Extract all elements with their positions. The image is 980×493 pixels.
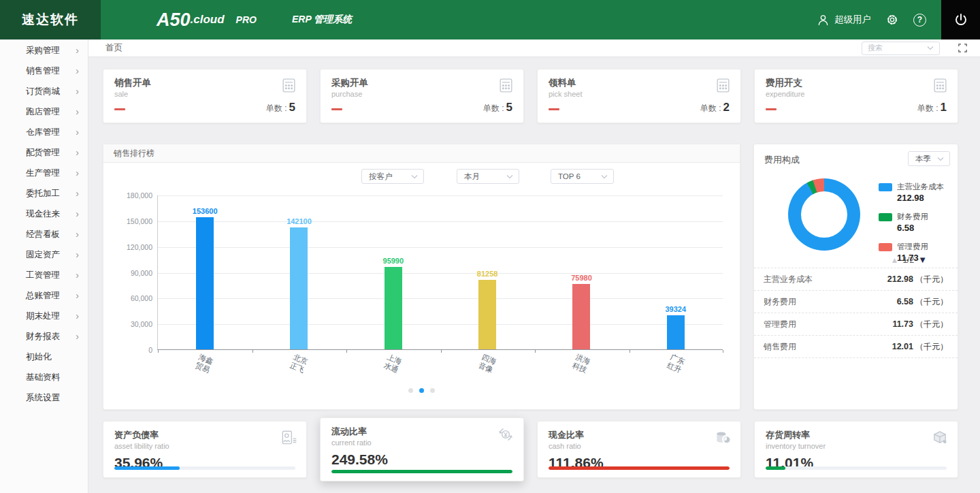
sidebar-item-label: 跑店管理 <box>0 106 60 118</box>
filter-dimension-select[interactable]: 按客户 <box>361 169 424 184</box>
chevron-down-icon <box>601 174 608 179</box>
legend-item: 主营业务成本 212.98 <box>879 182 944 203</box>
sidebar-item[interactable]: 系统设置 › <box>0 387 88 408</box>
sidebar-item[interactable]: 初始化 › <box>0 347 88 367</box>
amount-dash <box>766 108 777 110</box>
search-input[interactable]: 搜索 <box>862 42 940 55</box>
y-tick-label: 30,000 <box>103 320 152 328</box>
sidebar-item[interactable]: 仓库管理 › <box>0 122 88 142</box>
coins-icon <box>714 429 732 449</box>
chevron-right-icon: › <box>76 332 79 341</box>
x-tick <box>158 350 159 353</box>
chevron-right-icon: › <box>76 107 79 116</box>
count-label: 单数 : <box>917 104 938 113</box>
count-value: 5 <box>289 101 295 114</box>
sidebar-item-label: 配货管理 <box>0 147 60 159</box>
help-icon[interactable]: ? <box>913 14 926 27</box>
y-tick-label: 90,000 <box>103 269 152 277</box>
gear-icon[interactable] <box>885 13 899 27</box>
legend-swatch <box>879 243 892 251</box>
bar-group: 81258 <box>440 195 534 349</box>
brand: A50 .cloud PRO ERP 管理系统 <box>157 0 352 39</box>
bar <box>667 315 685 349</box>
pager-up-icon[interactable]: ▲ <box>891 255 899 265</box>
sidebar-item[interactable]: 基础资料 › <box>0 367 88 387</box>
user-menu[interactable]: 超级用户 <box>816 13 871 27</box>
power-icon <box>953 12 969 28</box>
bar <box>196 217 214 349</box>
sidebar-item[interactable]: 经营看板 › <box>0 224 88 244</box>
stat-card-purchase: 采购开单 purchase 单数 :5 <box>320 69 524 123</box>
carousel-dot[interactable] <box>419 388 424 393</box>
bar-value-label: 75980 <box>571 274 592 282</box>
box-icon <box>931 429 949 449</box>
period-select[interactable]: 本季 <box>908 151 950 166</box>
product-domain: .cloud <box>191 13 225 27</box>
carousel-dot[interactable] <box>408 388 413 393</box>
bar-value-label: 81258 <box>477 270 498 278</box>
sidebar-item[interactable]: 采购管理 › <box>0 40 88 61</box>
sidebar-item[interactable]: 订货商城 › <box>0 81 88 101</box>
pager-down-icon[interactable]: ▼ <box>918 255 927 265</box>
sidebar-item[interactable]: 跑店管理 › <box>0 101 88 122</box>
x-tick <box>630 350 630 353</box>
calculator-icon <box>715 77 732 97</box>
filter-top-select[interactable]: TOP 6 <box>551 169 614 184</box>
app-header: 速达软件 A50 .cloud PRO ERP 管理系统 超级用户 ? <box>0 0 980 39</box>
amount-dash <box>114 108 125 110</box>
logout-button[interactable] <box>941 0 980 39</box>
chevron-right-icon: › <box>76 250 79 259</box>
sidebar-item-label: 现金往来 <box>0 208 60 220</box>
sidebar-item-label: 期末处理 <box>0 311 60 322</box>
expense-rows: 主营业务成本 212.98（千元） 财务费用 6.58（千元） 管理费用 11.… <box>754 268 958 358</box>
sidebar-item-label: 销售管理 <box>0 65 60 77</box>
tab-home[interactable]: 首页 <box>105 42 122 54</box>
sidebar-item[interactable]: 生产管理 › <box>0 163 88 183</box>
sidebar-item[interactable]: 工资管理 › <box>0 265 88 285</box>
bar-group: 95990 <box>346 195 440 349</box>
donut-hole <box>801 191 847 238</box>
product-name: A50 <box>157 10 191 31</box>
chevron-right-icon: › <box>76 168 79 178</box>
progress-bar <box>114 466 295 470</box>
sidebar-item[interactable]: 总账管理 › <box>0 285 88 306</box>
sidebar-item[interactable]: 财务报表 › <box>0 326 88 347</box>
sidebar-item[interactable]: 现金往来 › <box>0 204 88 224</box>
carousel-dot[interactable] <box>430 388 435 393</box>
sidebar-item[interactable]: 销售管理 › <box>0 61 88 81</box>
x-category-label: 洪海 科技 <box>534 355 629 372</box>
sidebar-item-label: 采购管理 <box>0 45 60 57</box>
ratio-card-cash-ratio: 现金比率 cash ratio 111.86% <box>537 421 741 478</box>
bar-value-label: 39324 <box>666 305 687 313</box>
stat-title: 领料单 <box>549 77 730 89</box>
filter-period-select[interactable]: 本月 <box>457 169 519 184</box>
legend-swatch <box>879 183 892 191</box>
sidebar-item-label: 委托加工 <box>0 188 60 200</box>
sidebar-item-label: 总账管理 <box>0 290 60 302</box>
sidebar-item[interactable]: 固定资产 › <box>0 244 88 265</box>
amount-dash <box>331 108 342 110</box>
chevron-down-icon <box>506 174 513 179</box>
x-category-label: 四海 音像 <box>440 355 535 372</box>
stat-card-row: 销售开单 sale 单数 :5 采购开单 purchase 单数 :5 领料单 … <box>103 69 958 123</box>
x-tick <box>535 350 536 353</box>
sidebar-item[interactable]: 期末处理 › <box>0 306 88 326</box>
header-actions: 超级用户 ? <box>816 0 941 39</box>
stat-subtitle: sale <box>114 90 295 98</box>
count-label: 单数 : <box>483 104 504 113</box>
chevron-right-icon: › <box>76 46 79 55</box>
progress-bar <box>549 466 730 470</box>
sidebar-item-label: 工资管理 <box>0 270 60 281</box>
chevron-right-icon: › <box>76 311 79 321</box>
sidebar-item-label: 订货商城 <box>0 86 60 97</box>
stat-card-pick-sheet: 领料单 pick sheet 单数 :2 <box>537 69 741 123</box>
sidebar-item[interactable]: 配货管理 › <box>0 142 88 163</box>
bar-plot: 15360014210095990812587598039324 <box>157 195 723 350</box>
chevron-down-icon <box>927 46 934 50</box>
count-label: 单数 : <box>700 104 721 113</box>
fullscreen-icon[interactable] <box>958 43 968 53</box>
count-value: 2 <box>723 101 730 114</box>
sidebar-item[interactable]: 委托加工 › <box>0 183 88 204</box>
count-value: 5 <box>506 101 512 114</box>
legend-item: 财务费用 6.58 <box>879 212 944 233</box>
